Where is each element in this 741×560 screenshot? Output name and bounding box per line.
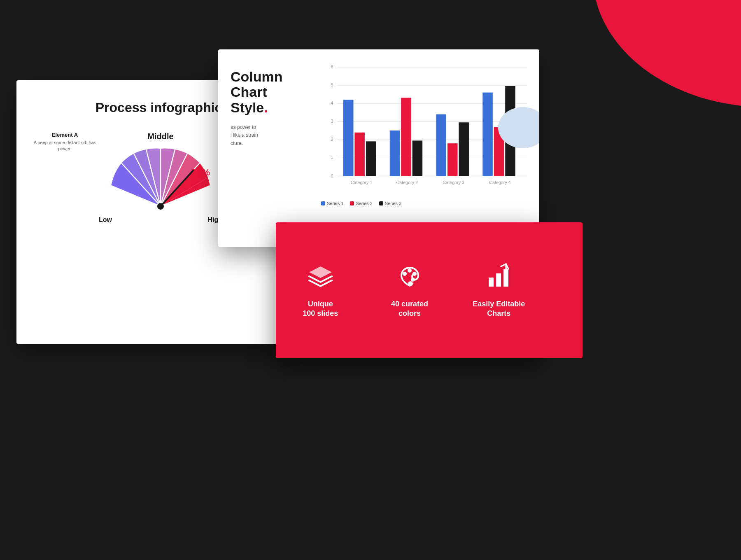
- svg-rect-32: [447, 143, 458, 176]
- svg-rect-29: [401, 98, 411, 176]
- chart-legend: Series 1 Series 2 Series 3: [321, 201, 531, 206]
- svg-rect-26: [354, 133, 365, 176]
- element-a-label: Element A: [33, 132, 97, 138]
- svg-point-45: [408, 281, 413, 286]
- svg-rect-28: [390, 131, 400, 176]
- svg-point-42: [408, 268, 412, 273]
- svg-text:Category 2: Category 2: [396, 180, 418, 185]
- gauge-percent: 70%: [192, 167, 210, 178]
- slide-red-features: Unique100 slides 40 curatedcolors: [276, 222, 543, 358]
- svg-text:4: 4: [331, 100, 333, 105]
- feature-unique-slides: Unique100 slides: [276, 222, 365, 358]
- legend-dot-series3: [379, 201, 383, 205]
- svg-text:0: 0: [331, 173, 333, 178]
- gauge-middle-label: Middle: [147, 132, 173, 141]
- feature-editable-charts: Easily EditableCharts: [454, 222, 543, 358]
- svg-text:Category 4: Category 4: [489, 180, 511, 185]
- svg-rect-30: [412, 140, 423, 176]
- svg-rect-34: [482, 93, 493, 176]
- palette-icon: [395, 262, 424, 291]
- legend-label-series2: Series 2: [356, 201, 372, 206]
- process-title: Process infographic.: [96, 100, 226, 115]
- svg-point-10: [157, 203, 164, 210]
- svg-rect-48: [503, 269, 508, 287]
- svg-text:3: 3: [331, 119, 333, 124]
- svg-rect-31: [436, 114, 447, 176]
- svg-rect-25: [343, 100, 354, 176]
- svg-text:6: 6: [331, 64, 333, 69]
- svg-rect-27: [366, 141, 376, 176]
- legend-label-series3: Series 3: [385, 201, 401, 206]
- legend-dot-series1: [321, 201, 325, 205]
- svg-text:5: 5: [331, 82, 333, 87]
- chart-title: ColumnChart Style.: [231, 69, 305, 115]
- legend-dot-series2: [350, 201, 354, 205]
- legend-series2: Series 2: [350, 201, 372, 206]
- feature-unique-slides-text: Unique100 slides: [303, 299, 338, 319]
- slide-red-extension: [533, 222, 583, 358]
- gauge-low-label: Low: [99, 216, 112, 224]
- svg-rect-33: [459, 122, 469, 176]
- feature-curated-colors: 40 curatedcolors: [365, 222, 454, 358]
- legend-label-series1: Series 1: [327, 201, 343, 206]
- svg-rect-46: [489, 278, 494, 287]
- svg-rect-47: [496, 273, 501, 287]
- legend-series3: Series 3: [379, 201, 401, 206]
- svg-text:1: 1: [331, 155, 333, 160]
- svg-text:Category 3: Category 3: [443, 180, 464, 185]
- svg-text:Category 1: Category 1: [351, 180, 373, 185]
- chart-up-icon: [485, 262, 513, 291]
- svg-text:2: 2: [331, 137, 333, 142]
- svg-point-41: [403, 272, 407, 276]
- gauge-chart: [99, 145, 222, 215]
- chart-description: as power toi like a straincture.: [231, 124, 305, 147]
- element-a-desc: A peep at some distant orb has power.: [33, 140, 97, 152]
- slide-chart: ColumnChart Style. as power toi like a s…: [218, 49, 539, 247]
- legend-series1: Series 1: [321, 201, 343, 206]
- layers-icon: [306, 262, 335, 291]
- feature-curated-colors-text: 40 curatedcolors: [391, 299, 428, 319]
- feature-editable-charts-text: Easily EditableCharts: [473, 299, 525, 319]
